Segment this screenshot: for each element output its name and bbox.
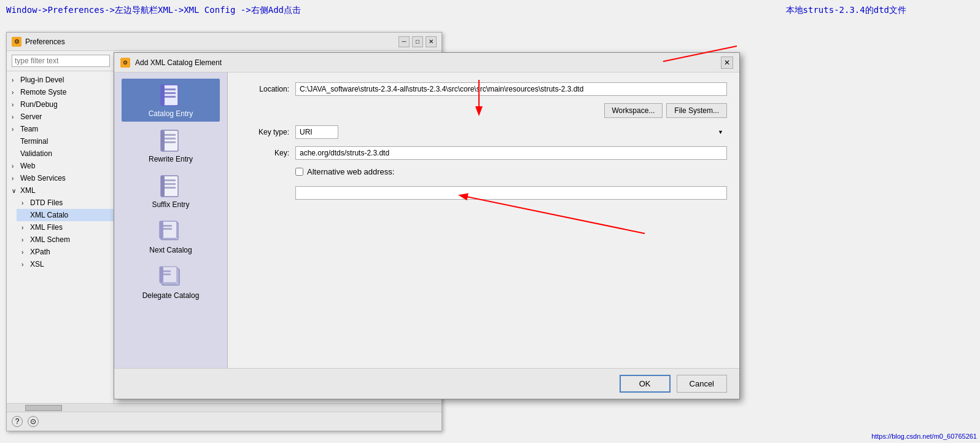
sidebar-item-webservices[interactable]: › Web Services [7,172,114,184]
sidebar-item-web[interactable]: › Web [7,160,114,172]
sidebar-item-xmlfiles[interactable]: › XML Files [17,221,114,233]
sidebar-item-xsl[interactable]: › XSL [17,258,114,270]
chevron-icon: › [21,200,28,206]
preferences-titlebar: ⚙ Preferences ─ □ ✕ [7,33,441,51]
dialog-body: Catalog Entry Rewrite Entry [114,73,739,368]
minimize-button[interactable]: ─ [399,36,410,47]
preferences-title: Preferences [25,37,399,46]
svg-rect-25 [160,267,163,283]
cancel-button[interactable]: Cancel [677,375,727,393]
svg-rect-6 [163,134,176,136]
alt-web-input[interactable] [295,186,727,200]
key-input[interactable] [295,146,727,160]
chevron-icon: › [12,163,18,170]
alt-web-checkbox[interactable] [295,168,303,176]
delegate-catalog-option[interactable]: Delegate Catalog [122,261,220,304]
sidebar-item-label: Terminal [20,137,48,146]
next-catalog-option[interactable]: Next Catalog [122,215,220,258]
rewrite-entry-option[interactable]: Rewrite Entry [122,124,220,167]
svg-rect-4 [161,85,165,106]
info-icon[interactable]: ⊙ [28,416,39,427]
sidebar-item-dtdfiles[interactable]: › DTD Files [17,197,114,209]
svg-rect-23 [162,270,171,272]
help-icon[interactable]: ? [12,416,23,427]
close-button[interactable]: ✕ [426,36,437,47]
sidebar-item-terminal[interactable]: › Terminal [7,135,114,147]
chevron-icon: › [21,224,28,231]
maximize-button[interactable]: □ [412,36,423,47]
svg-rect-1 [163,88,176,90]
sidebar-item-xmlcatalog[interactable]: › XML Catalo [17,209,114,221]
sidebar-item-server[interactable]: › Server [7,111,114,123]
sidebar-item-remote[interactable]: › Remote Syste [7,86,114,98]
sidebar-item-label: Plug-in Devel [20,76,64,84]
sidebar-item-xml[interactable]: ∨ XML [7,184,114,197]
top-right-annotation: 本地struts-2.3.4的dtd文件 [786,5,906,16]
svg-rect-11 [163,179,176,181]
suffix-entry-option[interactable]: Suffix Entry [122,170,220,213]
sidebar-item-label: XSL [30,260,44,269]
chevron-icon: › [21,249,28,256]
preferences-footer: ? ⊙ [7,412,441,431]
sidebar-item-label: XML [20,186,36,195]
titlebar-controls: ─ □ ✕ [399,36,437,47]
sidebar-item-label: Server [20,112,42,121]
sidebar-item-label: Remote Syste [20,88,66,96]
horizontal-scrollbar[interactable] [7,403,441,412]
alt-web-input-wrapper [295,186,727,200]
sidebar-item-xmlschema[interactable]: › XML Schem [17,233,114,246]
key-type-select[interactable]: URI Public ID System ID [295,125,338,139]
chevron-icon: › [21,261,28,268]
scroll-thumb[interactable] [25,405,62,411]
chevron-down-icon: ∨ [12,187,18,194]
svg-rect-12 [163,183,176,185]
location-row: Location: [240,82,727,96]
svg-rect-19 [160,221,163,238]
svg-rect-24 [162,273,171,275]
key-type-row: Key type: URI Public ID System ID [240,125,727,139]
svg-rect-7 [163,138,176,139]
filter-input[interactable] [12,55,110,67]
sidebar-item-label: Team [20,125,38,133]
dialog-footer: OK Cancel [114,368,739,399]
chevron-icon: › [12,126,18,133]
sidebar-item-label: XML Schem [30,235,70,244]
next-catalog-label: Next Catalog [149,246,192,254]
sidebar-item-validation[interactable]: › Validation [7,147,114,160]
sidebar-item-rundebug[interactable]: › Run/Debug [7,98,114,111]
delegate-catalog-label: Delegate Catalog [142,291,200,300]
svg-rect-2 [163,92,176,94]
chevron-icon: › [12,89,18,96]
ok-button[interactable]: OK [620,375,671,393]
workspace-button[interactable]: Workspace... [604,103,663,118]
file-system-button[interactable]: File System... [666,103,727,118]
sidebar-item-plugin[interactable]: › Plug-in Devel [7,74,114,86]
preferences-icon: ⚙ [12,37,21,47]
chevron-icon: › [21,237,28,243]
sidebar-item-label: Web Services [20,174,66,182]
svg-rect-8 [163,141,176,143]
svg-rect-14 [161,176,165,197]
sidebar-item-label: XML Catalo [30,211,68,219]
key-row: Key: [240,146,727,160]
preferences-sidebar: › Plug-in Devel › Remote Syste › Run/Deb… [7,71,114,403]
form-spacer [240,207,727,358]
sidebar-item-label: Web [20,162,35,170]
key-type-label: Key type: [240,128,289,136]
sidebar-item-label: XPath [30,248,50,256]
location-input[interactable] [295,82,727,96]
sidebar-item-team[interactable]: › Team [7,123,114,135]
bottom-url: https://blog.csdn.net/m0_60765261 [871,433,977,440]
catalog-entry-option[interactable]: Catalog Entry [122,79,220,122]
sidebar-item-label: Run/Debug [20,100,58,109]
svg-rect-18 [162,228,172,230]
chevron-icon: › [12,101,18,108]
catalog-panel: Catalog Entry Rewrite Entry [114,73,228,368]
dialog-title: Add XML Catalog Element [135,58,721,67]
svg-rect-17 [162,225,172,227]
sidebar-item-xpath[interactable]: › XPath [17,246,114,258]
dialog-close-button[interactable]: ✕ [721,57,733,69]
alt-web-label: Alternative web address: [307,167,394,176]
chevron-icon: › [12,77,18,84]
dialog-titlebar: ⚙ Add XML Catalog Element ✕ [114,53,739,73]
